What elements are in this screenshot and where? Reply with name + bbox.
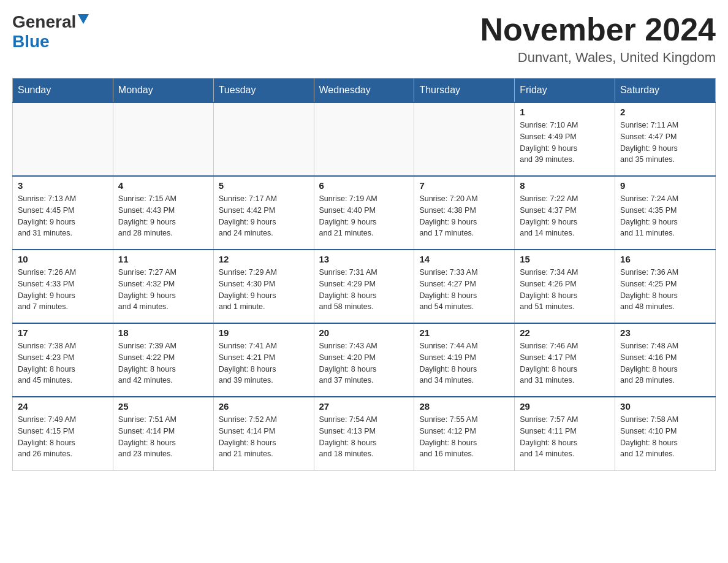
calendar-cell: 18Sunrise: 7:39 AMSunset: 4:22 PMDayligh… xyxy=(113,323,213,397)
calendar-cell: 23Sunrise: 7:48 AMSunset: 4:16 PMDayligh… xyxy=(615,323,716,397)
week-row-3: 10Sunrise: 7:26 AMSunset: 4:33 PMDayligh… xyxy=(13,250,716,323)
calendar-cell: 17Sunrise: 7:38 AMSunset: 4:23 PMDayligh… xyxy=(13,323,113,397)
calendar-cell: 2Sunrise: 7:11 AMSunset: 4:47 PMDaylight… xyxy=(615,102,716,176)
day-number: 14 xyxy=(419,254,509,264)
calendar-cell: 16Sunrise: 7:36 AMSunset: 4:25 PMDayligh… xyxy=(615,250,716,323)
day-number: 12 xyxy=(219,254,309,264)
day-number: 8 xyxy=(520,180,610,191)
day-info: Sunrise: 7:52 AMSunset: 4:14 PMDaylight:… xyxy=(219,414,309,460)
day-number: 17 xyxy=(18,327,108,338)
weekday-header-monday: Monday xyxy=(113,79,213,103)
weekday-header-saturday: Saturday xyxy=(615,79,716,103)
weekday-header-thursday: Thursday xyxy=(414,79,515,103)
day-info: Sunrise: 7:19 AMSunset: 4:40 PMDaylight:… xyxy=(319,193,409,239)
calendar-cell xyxy=(13,102,113,176)
calendar-cell: 26Sunrise: 7:52 AMSunset: 4:14 PMDayligh… xyxy=(213,397,314,470)
logo-blue: Blue xyxy=(12,32,50,52)
calendar-cell: 12Sunrise: 7:29 AMSunset: 4:30 PMDayligh… xyxy=(213,250,314,323)
location-subtitle: Dunvant, Wales, United Kingdom xyxy=(480,50,716,66)
day-info: Sunrise: 7:58 AMSunset: 4:10 PMDaylight:… xyxy=(620,414,710,460)
day-number: 5 xyxy=(219,180,309,191)
logo: General Blue xyxy=(12,12,89,52)
calendar-cell: 3Sunrise: 7:13 AMSunset: 4:45 PMDaylight… xyxy=(13,176,113,250)
day-info: Sunrise: 7:44 AMSunset: 4:19 PMDaylight:… xyxy=(419,340,509,386)
day-number: 18 xyxy=(118,327,208,338)
calendar-cell: 13Sunrise: 7:31 AMSunset: 4:29 PMDayligh… xyxy=(314,250,414,323)
calendar-cell xyxy=(414,102,515,176)
calendar-cell: 7Sunrise: 7:20 AMSunset: 4:38 PMDaylight… xyxy=(414,176,515,250)
day-number: 4 xyxy=(118,180,208,191)
calendar-cell: 21Sunrise: 7:44 AMSunset: 4:19 PMDayligh… xyxy=(414,323,515,397)
day-info: Sunrise: 7:13 AMSunset: 4:45 PMDaylight:… xyxy=(18,193,108,239)
day-info: Sunrise: 7:54 AMSunset: 4:13 PMDaylight:… xyxy=(319,414,409,460)
calendar-cell: 14Sunrise: 7:33 AMSunset: 4:27 PMDayligh… xyxy=(414,250,515,323)
calendar-cell: 27Sunrise: 7:54 AMSunset: 4:13 PMDayligh… xyxy=(314,397,414,470)
day-info: Sunrise: 7:46 AMSunset: 4:17 PMDaylight:… xyxy=(520,340,610,386)
day-number: 29 xyxy=(520,401,610,412)
svg-marker-0 xyxy=(78,14,89,24)
day-info: Sunrise: 7:57 AMSunset: 4:11 PMDaylight:… xyxy=(520,414,610,460)
header: General Blue November 2024 Dunvant, Wale… xyxy=(12,12,716,66)
day-info: Sunrise: 7:29 AMSunset: 4:30 PMDaylight:… xyxy=(219,267,309,313)
calendar-cell: 19Sunrise: 7:41 AMSunset: 4:21 PMDayligh… xyxy=(213,323,314,397)
day-number: 9 xyxy=(620,180,710,191)
day-info: Sunrise: 7:49 AMSunset: 4:15 PMDaylight:… xyxy=(18,414,108,460)
calendar-cell xyxy=(113,102,213,176)
week-row-4: 17Sunrise: 7:38 AMSunset: 4:23 PMDayligh… xyxy=(13,323,716,397)
day-info: Sunrise: 7:39 AMSunset: 4:22 PMDaylight:… xyxy=(118,340,208,386)
day-number: 28 xyxy=(419,401,509,412)
day-info: Sunrise: 7:17 AMSunset: 4:42 PMDaylight:… xyxy=(219,193,309,239)
calendar-cell: 28Sunrise: 7:55 AMSunset: 4:12 PMDayligh… xyxy=(414,397,515,470)
day-info: Sunrise: 7:10 AMSunset: 4:49 PMDaylight:… xyxy=(520,120,610,166)
day-info: Sunrise: 7:22 AMSunset: 4:37 PMDaylight:… xyxy=(520,193,610,239)
day-number: 2 xyxy=(620,107,710,117)
day-number: 30 xyxy=(620,401,710,412)
day-info: Sunrise: 7:27 AMSunset: 4:32 PMDaylight:… xyxy=(118,267,208,313)
calendar-cell: 9Sunrise: 7:24 AMSunset: 4:35 PMDaylight… xyxy=(615,176,716,250)
day-number: 22 xyxy=(520,327,610,338)
calendar-cell: 11Sunrise: 7:27 AMSunset: 4:32 PMDayligh… xyxy=(113,250,213,323)
day-number: 27 xyxy=(319,401,409,412)
day-number: 3 xyxy=(18,180,108,191)
day-info: Sunrise: 7:11 AMSunset: 4:47 PMDaylight:… xyxy=(620,120,710,166)
day-info: Sunrise: 7:48 AMSunset: 4:16 PMDaylight:… xyxy=(620,340,710,386)
calendar-cell: 4Sunrise: 7:15 AMSunset: 4:43 PMDaylight… xyxy=(113,176,213,250)
weekday-header-wednesday: Wednesday xyxy=(314,79,414,103)
title-area: November 2024 Dunvant, Wales, United Kin… xyxy=(480,12,716,66)
day-info: Sunrise: 7:34 AMSunset: 4:26 PMDaylight:… xyxy=(520,267,610,313)
calendar-cell: 6Sunrise: 7:19 AMSunset: 4:40 PMDaylight… xyxy=(314,176,414,250)
calendar-cell: 24Sunrise: 7:49 AMSunset: 4:15 PMDayligh… xyxy=(13,397,113,470)
week-row-2: 3Sunrise: 7:13 AMSunset: 4:45 PMDaylight… xyxy=(13,176,716,250)
calendar-cell: 20Sunrise: 7:43 AMSunset: 4:20 PMDayligh… xyxy=(314,323,414,397)
day-number: 13 xyxy=(319,254,409,264)
day-number: 10 xyxy=(18,254,108,264)
calendar-cell: 1Sunrise: 7:10 AMSunset: 4:49 PMDaylight… xyxy=(515,102,615,176)
day-number: 11 xyxy=(118,254,208,264)
logo-general: General xyxy=(12,12,76,32)
day-info: Sunrise: 7:33 AMSunset: 4:27 PMDaylight:… xyxy=(419,267,509,313)
calendar-table: SundayMondayTuesdayWednesdayThursdayFrid… xyxy=(12,78,716,471)
day-info: Sunrise: 7:20 AMSunset: 4:38 PMDaylight:… xyxy=(419,193,509,239)
weekday-header-tuesday: Tuesday xyxy=(213,79,314,103)
day-info: Sunrise: 7:31 AMSunset: 4:29 PMDaylight:… xyxy=(319,267,409,313)
day-number: 20 xyxy=(319,327,409,338)
calendar-cell xyxy=(213,102,314,176)
day-info: Sunrise: 7:36 AMSunset: 4:25 PMDaylight:… xyxy=(620,267,710,313)
day-info: Sunrise: 7:24 AMSunset: 4:35 PMDaylight:… xyxy=(620,193,710,239)
day-info: Sunrise: 7:26 AMSunset: 4:33 PMDaylight:… xyxy=(18,267,108,313)
calendar-cell: 29Sunrise: 7:57 AMSunset: 4:11 PMDayligh… xyxy=(515,397,615,470)
weekday-header-sunday: Sunday xyxy=(13,79,113,103)
day-info: Sunrise: 7:43 AMSunset: 4:20 PMDaylight:… xyxy=(319,340,409,386)
day-number: 1 xyxy=(520,107,610,117)
day-info: Sunrise: 7:51 AMSunset: 4:14 PMDaylight:… xyxy=(118,414,208,460)
calendar-cell: 15Sunrise: 7:34 AMSunset: 4:26 PMDayligh… xyxy=(515,250,615,323)
day-number: 24 xyxy=(18,401,108,412)
calendar-cell: 5Sunrise: 7:17 AMSunset: 4:42 PMDaylight… xyxy=(213,176,314,250)
day-number: 26 xyxy=(219,401,309,412)
day-number: 7 xyxy=(419,180,509,191)
calendar-cell: 10Sunrise: 7:26 AMSunset: 4:33 PMDayligh… xyxy=(13,250,113,323)
day-number: 19 xyxy=(219,327,309,338)
logo-triangle-icon xyxy=(78,14,89,26)
day-number: 21 xyxy=(419,327,509,338)
day-number: 25 xyxy=(118,401,208,412)
